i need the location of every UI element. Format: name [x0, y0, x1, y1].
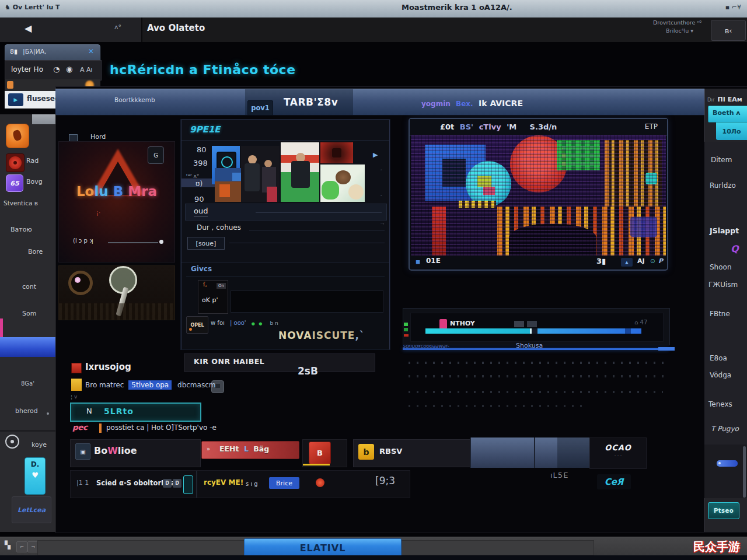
media-progress-knob[interactable] [159, 240, 163, 244]
cyan-card[interactable]: D. ♥ [25, 457, 46, 495]
card-red-tile[interactable]: B [302, 439, 347, 467]
back-button[interactable]: ◀ ʌ° [0, 18, 142, 42]
brice-chip[interactable]: Brice [269, 477, 299, 489]
address-bar[interactable]: loyter Ho ◔ ◉ A Aı [5, 60, 102, 80]
card-rbsv[interactable]: b RBSV [353, 439, 471, 467]
thumb-flame-glyph: ſ, [203, 281, 207, 288]
taskbar-blue-button[interactable]: ELATIVL [244, 538, 402, 557]
teal-outline-button[interactable]: N 5LRto [70, 402, 201, 422]
rsb-item-e8oa[interactable]: E8oa [710, 355, 727, 363]
header-corner-button[interactable]: ʙ‹ [711, 20, 746, 41]
player-control-bar[interactable]: ◼ 01E 3▮ ▲ AJ ⊙ P [410, 256, 667, 268]
gradient-cells [470, 438, 589, 468]
givcs-thumbnail[interactable]: ſ, On oK p' [198, 280, 228, 314]
record-dot[interactable] [316, 478, 324, 487]
feed-post-3[interactable]: posstiet ca | Hot O]TSortp'vo -e [106, 424, 217, 432]
sidebar-item-sga[interactable]: 8Ga' [21, 380, 34, 387]
neon-card[interactable]: G Lolu B Mra ¡· (l ɔ p ʞ [58, 141, 175, 262]
player-stop-icon[interactable]: ◼ [416, 258, 420, 265]
collage-play-icon[interactable]: ▶ [373, 152, 378, 159]
sidebar-item-som[interactable]: Som [22, 310, 36, 318]
panel-scroll-down-icon[interactable]: ˇ [380, 195, 383, 201]
browser-tab[interactable]: 8▮ |Бλ|ИА, ✕ [5, 44, 100, 61]
nav-user[interactable]: yogmin Bex. [421, 100, 473, 108]
tab-close-icon[interactable]: ✕ [88, 48, 94, 56]
sidebar-item-stventica[interactable]: Stventica в [4, 200, 38, 206]
dd-chip-1[interactable]: D [163, 479, 172, 488]
rsb-item-uism[interactable]: ГЖUism [708, 281, 738, 289]
rsb-item-rurldzo[interactable]: Rurldzo [710, 182, 736, 190]
row-dur[interactable]: Dur , cohues [185, 222, 386, 235]
dd-chip-2[interactable]: D [173, 479, 181, 488]
address-input[interactable]: loyter Ho [11, 66, 43, 74]
sidebar-item-koye[interactable]: koye [32, 442, 47, 449]
os-titlebar: ♞ Ov Lertt' lu T Moastmerik kra 1 oA12A/… [0, 0, 747, 18]
panel-scroll-up-icon[interactable]: ˆ [380, 169, 383, 175]
row-oud[interactable]: oud [185, 204, 387, 220]
shield-toggle-icon[interactable]: ◉ [66, 65, 72, 74]
sidebar-item-bherod[interactable]: bherod [15, 408, 38, 415]
rsb-secondary-button[interactable]: 10Ло [716, 123, 747, 140]
player-dot-icon[interactable]: ⊙ [650, 258, 655, 265]
os-tray-icons[interactable]: ▪ ⌐¥ [725, 4, 741, 12]
player-aj-button[interactable]: AJ [637, 258, 645, 265]
rsb-item-tenexs[interactable]: Tenexs [708, 401, 732, 409]
purple-65-icon[interactable]: 65 [6, 174, 23, 192]
media-progress-line[interactable] [108, 242, 158, 243]
sidebar-item-vato[interactable]: Ватою [11, 226, 32, 234]
photo-collage[interactable]: ▶ [212, 142, 380, 202]
row2-yellow-label[interactable]: rcyEV ME! [204, 479, 243, 487]
reload-icon[interactable]: ◔ [53, 65, 60, 74]
card-bowlioe[interactable]: ▣ BoWlioe [70, 439, 201, 467]
app-orange-icon[interactable] [6, 124, 29, 148]
phone-outline-icon[interactable] [183, 475, 193, 494]
taskbar-button-1[interactable]: ⌐ [16, 541, 27, 552]
sidebar-item-rad[interactable]: Rad [26, 158, 39, 165]
sidebar-item-bore[interactable]: Bore [28, 249, 43, 256]
record-red-icon[interactable] [6, 153, 25, 172]
rsb-item-vodga[interactable]: Vödga [710, 372, 731, 380]
red-banner[interactable]: » EEHt L Bäg [201, 441, 299, 459]
letlcea-box[interactable]: LetLcea [12, 496, 51, 523]
rsb-primary-button[interactable]: Boeth ʌ [708, 106, 747, 123]
rsb-item-fbtne[interactable]: FBtne [710, 310, 730, 318]
progress-bar-2[interactable] [537, 328, 641, 334]
back-arrow-icon[interactable]: ◀ [25, 23, 32, 34]
breadcrumb[interactable]: Boortkkkemb [114, 96, 155, 103]
rsb-item-jslappt[interactable]: JSlappt [710, 227, 739, 235]
nav-brand[interactable]: TARB'Σ8v [284, 97, 338, 108]
nav-pov-chip[interactable]: pov1 [247, 100, 273, 116]
right-scrollbar[interactable] [743, 446, 746, 498]
cer-chip[interactable]: CeЯ [597, 474, 631, 489]
player-p-icon[interactable]: P [658, 258, 663, 265]
stat-1: 80 [197, 146, 207, 155]
sidebar-selected-item[interactable] [0, 337, 55, 357]
ocao-cell[interactable]: OCAO · · · [589, 438, 647, 469]
post-2-highlight[interactable]: 5tlveb opa [128, 380, 172, 390]
progress-bar-1[interactable] [425, 328, 532, 334]
nav-avicre[interactable]: Ik AVICRE [479, 99, 523, 108]
rsb-q-icon[interactable]: Q [731, 244, 739, 254]
start-icon[interactable]: ▚ [5, 541, 11, 550]
download-icon[interactable] [7, 81, 13, 89]
player-up-icon: ▲ [625, 260, 628, 265]
record-circle-icon[interactable] [5, 435, 19, 449]
rsb-item-ditem[interactable]: Ditem [711, 156, 732, 164]
spoon-card[interactable] [58, 265, 175, 320]
player-up-chip[interactable]: ▲ [621, 258, 633, 267]
blue-pill[interactable] [717, 460, 738, 467]
feed-yellow-icon [71, 379, 82, 391]
row-soue[interactable]: [soue] [185, 236, 386, 250]
ptseo-button[interactable]: Ptseo [708, 502, 739, 519]
sidebar-item-bovg[interactable]: Bovg [26, 178, 43, 186]
sidebar-item-cont[interactable]: cont [22, 284, 36, 291]
feed-post-1[interactable]: Ixrusojog [85, 362, 131, 372]
bookmark-site-icon: ▶ [8, 93, 23, 106]
kir-bar[interactable]: KIR ONR HAIBEL [184, 354, 375, 372]
player-titlebar[interactable]: £0t BS' cTlvy 'M S.3d/n ETP [410, 119, 667, 136]
media-control-glyphs[interactable]: (l ɔ p ʞ [73, 237, 93, 244]
feed-post-2[interactable]: Bro matrec 5tlveb opa dbcmascm [85, 382, 215, 390]
rsb-item-shoon[interactable]: Shoon [710, 264, 732, 272]
video-content[interactable] [411, 135, 666, 256]
rsb-item-pugyo[interactable]: T Pugyo [711, 425, 739, 433]
